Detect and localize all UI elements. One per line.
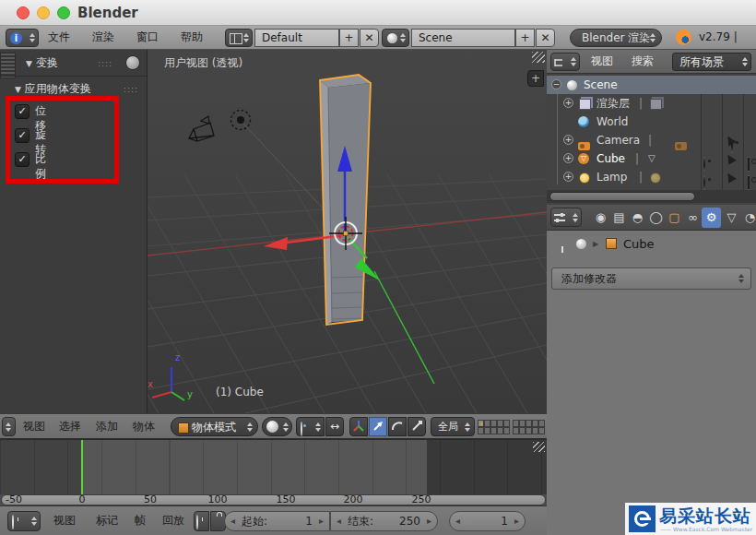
tab-material[interactable]: ◔ bbox=[740, 208, 756, 228]
transform-orientation-dropdown[interactable]: 全局 bbox=[431, 417, 475, 436]
timeline-menu-frame[interactable]: 帧 bbox=[135, 506, 146, 535]
timeline-menu-playback[interactable]: 回放 bbox=[162, 506, 184, 535]
sync-playback-toggle[interactable] bbox=[194, 511, 209, 531]
tab-modifiers[interactable]: ⚙ bbox=[702, 208, 721, 228]
viewport-shading-dropdown[interactable] bbox=[262, 417, 292, 436]
expand-icon[interactable]: + bbox=[563, 153, 573, 163]
outliner-row-cube[interactable]: + ▽ Cube | ▽ bbox=[547, 149, 756, 168]
tab-constraints[interactable]: ∞ bbox=[683, 208, 703, 228]
menu-file[interactable]: 文件 bbox=[48, 26, 70, 49]
lamp-object-icon[interactable] bbox=[231, 111, 251, 130]
editor-type-button-view3d[interactable] bbox=[2, 417, 16, 436]
rotate-manipulator-button[interactable] bbox=[388, 417, 407, 436]
panel-drag-dots-icon[interactable]: :::: bbox=[124, 85, 138, 94]
panel-transform-header[interactable]: ▼ 变换 bbox=[26, 55, 58, 71]
scene-name-field[interactable]: Scene bbox=[411, 29, 515, 47]
row-label[interactable]: Camera bbox=[597, 131, 640, 149]
close-window-icon[interactable] bbox=[17, 6, 30, 19]
outliner-scrollbar[interactable] bbox=[547, 190, 756, 203]
timeline-menu-view[interactable]: 视图 bbox=[53, 506, 76, 535]
expand-icon[interactable]: + bbox=[563, 135, 573, 145]
translate-manipulator-button[interactable] bbox=[369, 417, 387, 436]
add-layout-button[interactable]: + bbox=[339, 29, 359, 47]
tab-render[interactable]: ◉ bbox=[591, 208, 610, 228]
checkbox-location-box[interactable]: ✓ bbox=[15, 104, 30, 119]
current-frame-line[interactable] bbox=[81, 440, 83, 495]
scene-icon-button[interactable] bbox=[382, 29, 409, 47]
scale-manipulator-button[interactable] bbox=[408, 417, 426, 436]
timeline-scrollbar[interactable]: -50 0 50 100 150 200 250 bbox=[0, 494, 547, 505]
outliner-row-camera[interactable]: + Camera | bbox=[547, 131, 756, 149]
outliner-row-lamp[interactable]: + Lamp | bbox=[547, 168, 756, 186]
increment-icon[interactable]: ▸ bbox=[319, 512, 324, 530]
delete-scene-button[interactable]: ✕ bbox=[536, 29, 555, 47]
camera-object-icon[interactable] bbox=[189, 116, 214, 141]
view3d-menu-view[interactable]: 视图 bbox=[23, 414, 45, 439]
outliner-menu-view[interactable]: 视图 bbox=[591, 50, 613, 73]
panel-pin-widget[interactable] bbox=[125, 55, 140, 70]
checkbox-rotation-box[interactable]: ✓ bbox=[15, 128, 30, 143]
mode-dropdown[interactable]: 物体模式 bbox=[171, 417, 258, 436]
resize-corner-grip[interactable] bbox=[532, 52, 545, 63]
view3d-menu-add[interactable]: 添加 bbox=[96, 414, 118, 439]
layers-group-2[interactable] bbox=[513, 420, 545, 434]
collapse-icon[interactable]: − bbox=[551, 79, 561, 89]
row-label[interactable]: Cube bbox=[597, 149, 625, 168]
menu-help[interactable]: 帮助 bbox=[181, 26, 203, 49]
outliner-row-scene[interactable]: − Scene bbox=[547, 76, 756, 94]
view3d-menu-object[interactable]: 物体 bbox=[133, 414, 155, 439]
editor-type-button-properties[interactable] bbox=[550, 208, 582, 227]
manipulator-widget-toggle[interactable] bbox=[349, 417, 368, 436]
tab-world[interactable]: ◯ bbox=[646, 208, 666, 228]
selectability-cursor-icon[interactable] bbox=[724, 152, 737, 165]
manipulate-center-points-toggle[interactable]: ↔ bbox=[325, 417, 344, 436]
row-label[interactable]: Lamp bbox=[597, 168, 627, 186]
decrement-icon[interactable]: ◂ bbox=[230, 512, 235, 530]
row-label[interactable]: 渲染层 bbox=[597, 94, 630, 113]
view3d-menu-select[interactable]: 选择 bbox=[59, 414, 81, 439]
open-properties-region-tab[interactable]: + bbox=[527, 70, 544, 87]
increment-icon[interactable]: ▸ bbox=[514, 512, 519, 530]
outliner-menu-search[interactable]: 搜索 bbox=[632, 50, 654, 73]
end-frame-field[interactable]: ◂ 结束: 250 ▸ bbox=[330, 511, 438, 531]
tab-scene[interactable]: ◓ bbox=[628, 208, 647, 228]
maximize-window-icon[interactable] bbox=[57, 6, 70, 19]
timeline-menu-marker[interactable]: 标记 bbox=[96, 506, 118, 535]
viewport-3d[interactable]: 用户视图 (透视) z x y (1) Cube + bbox=[148, 50, 547, 413]
minimize-window-icon[interactable] bbox=[37, 6, 50, 19]
editor-type-button-outliner[interactable] bbox=[550, 53, 580, 71]
checkbox-scale-box[interactable]: ✓ bbox=[15, 152, 30, 167]
menu-render[interactable]: 渲染 bbox=[92, 26, 114, 49]
start-frame-field[interactable]: ◂ 起始: 1 ▸ bbox=[224, 511, 330, 531]
selectability-cursor-icon[interactable] bbox=[724, 134, 737, 147]
tab-object-data[interactable]: ▽ bbox=[722, 208, 741, 228]
expand-icon[interactable]: + bbox=[563, 172, 573, 182]
panel-drag-dots-icon[interactable]: :::: bbox=[98, 59, 112, 68]
panel-apply-header[interactable]: ▼ 应用物体变换 bbox=[15, 81, 91, 97]
outliner-display-filter-dropdown[interactable]: 所有场景 bbox=[672, 53, 751, 71]
menu-window[interactable]: 窗口 bbox=[136, 26, 159, 49]
current-frame-field[interactable]: ◂ 1 ▸ bbox=[449, 511, 526, 531]
scrollbar-thumb[interactable] bbox=[549, 192, 695, 201]
expand-icon[interactable]: + bbox=[563, 98, 573, 108]
region-grip-icon[interactable] bbox=[0, 53, 16, 78]
add-modifier-dropdown[interactable]: 添加修改器 bbox=[551, 268, 751, 290]
selectability-cursor-icon[interactable] bbox=[724, 171, 737, 184]
timeline-editor[interactable] bbox=[0, 439, 547, 494]
layers-group-1[interactable] bbox=[478, 420, 510, 434]
tab-render-layers[interactable]: ▤ bbox=[609, 208, 629, 228]
add-scene-button[interactable]: + bbox=[515, 29, 535, 47]
screen-layout-icon-button[interactable] bbox=[225, 29, 253, 47]
render-engine-dropdown[interactable]: Blender 渲染 bbox=[570, 29, 662, 47]
row-label[interactable]: World bbox=[597, 113, 628, 131]
decrement-icon[interactable]: ◂ bbox=[455, 512, 460, 530]
renderability-camera-icon[interactable] bbox=[748, 175, 750, 190]
visibility-eye-icon[interactable] bbox=[703, 175, 705, 190]
screen-layout-field[interactable]: Default bbox=[254, 29, 339, 47]
delete-layout-button[interactable]: ✕ bbox=[360, 29, 379, 47]
pivot-point-dropdown[interactable] bbox=[296, 417, 325, 436]
row-label[interactable]: Scene bbox=[584, 76, 618, 94]
resize-corner-grip[interactable] bbox=[533, 442, 545, 452]
outliner-row-render-layers[interactable]: + 渲染层 | bbox=[547, 94, 756, 113]
decrement-icon[interactable]: ◂ bbox=[337, 512, 341, 530]
